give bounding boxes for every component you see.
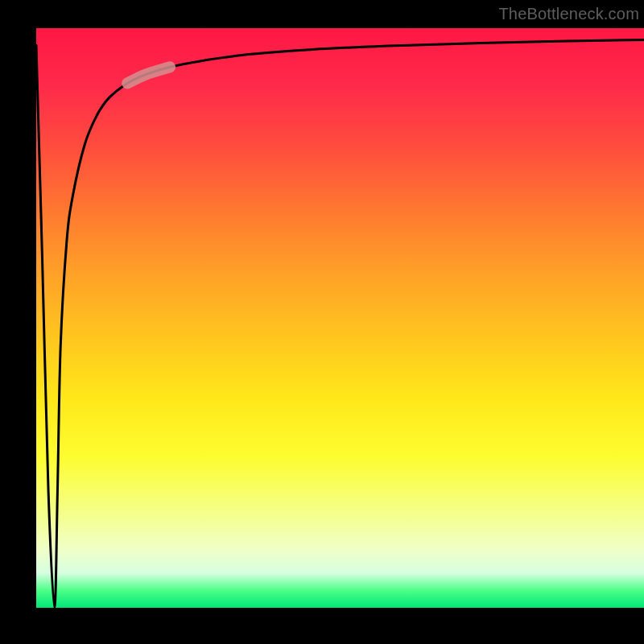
chart-frame: TheBottleneck.com — [0, 0, 644, 644]
curve-highlight — [127, 67, 170, 83]
plot-area — [36, 28, 644, 608]
attribution-text: TheBottleneck.com — [498, 5, 639, 23]
curve-path — [36, 39, 644, 608]
bottleneck-curve — [36, 28, 644, 608]
